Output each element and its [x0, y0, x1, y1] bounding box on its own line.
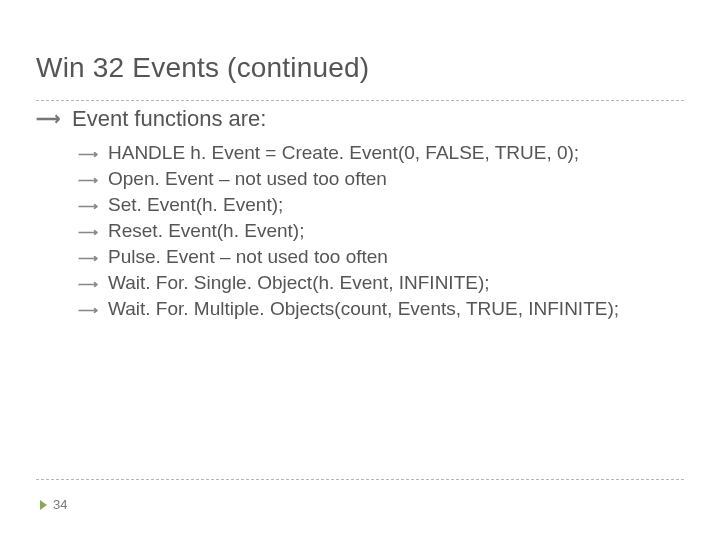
list-item: ⟶ Open. Event – not used too often: [78, 168, 619, 190]
bullet-level2-list: ⟶ HANDLE h. Event = Create. Event(0, FAL…: [78, 142, 619, 324]
list-item-text: Open. Event – not used too often: [108, 168, 387, 190]
page-arrow-icon: [40, 500, 47, 510]
list-item-text: Pulse. Event – not used too often: [108, 246, 388, 268]
list-item: ⟶ Wait. For. Multiple. Objects(count, Ev…: [78, 298, 619, 320]
bullet-icon: ⟶: [78, 224, 98, 240]
list-item: ⟶ Set. Event(h. Event);: [78, 194, 619, 216]
bullet-icon: ⟶: [78, 302, 98, 318]
footer-divider: [36, 479, 684, 480]
bullet-icon: ⟶: [78, 146, 98, 162]
bullet-level1-text: Event functions are:: [72, 106, 266, 132]
bullet-level1: ⟶ Event functions are:: [36, 106, 266, 132]
bullet-icon: ⟶: [78, 172, 98, 188]
bullet-icon: ⟶: [78, 250, 98, 266]
page-number-wrap: 34: [40, 497, 67, 512]
page-number: 34: [53, 497, 67, 512]
bullet-icon: ⟶: [78, 276, 98, 292]
bullet-icon: ⟶: [36, 109, 60, 130]
slide: Win 32 Events (continued) ⟶ Event functi…: [0, 0, 720, 540]
slide-title: Win 32 Events (continued): [36, 52, 369, 84]
list-item: ⟶ Pulse. Event – not used too often: [78, 246, 619, 268]
list-item-text: Wait. For. Single. Object(h. Event, INFI…: [108, 272, 490, 294]
list-item-text: Wait. For. Multiple. Objects(count, Even…: [108, 298, 619, 320]
list-item: ⟶ Wait. For. Single. Object(h. Event, IN…: [78, 272, 619, 294]
list-item: ⟶ Reset. Event(h. Event);: [78, 220, 619, 242]
list-item-text: Set. Event(h. Event);: [108, 194, 283, 216]
list-item-text: Reset. Event(h. Event);: [108, 220, 304, 242]
bullet-icon: ⟶: [78, 198, 98, 214]
title-divider: [36, 100, 684, 101]
list-item: ⟶ HANDLE h. Event = Create. Event(0, FAL…: [78, 142, 619, 164]
list-item-text: HANDLE h. Event = Create. Event(0, FALSE…: [108, 142, 579, 164]
